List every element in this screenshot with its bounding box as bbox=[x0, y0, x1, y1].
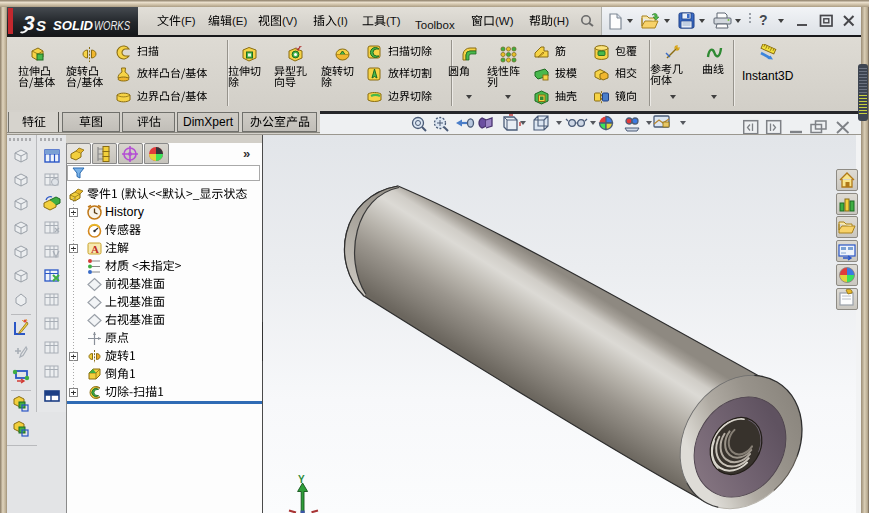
svg-text:S: S bbox=[36, 17, 46, 34]
svg-text:WORKS: WORKS bbox=[94, 18, 130, 33]
svg-text:Y: Y bbox=[298, 474, 305, 485]
svg-text:A: A bbox=[91, 243, 99, 255]
svg-text:SOLID: SOLID bbox=[53, 18, 94, 33]
